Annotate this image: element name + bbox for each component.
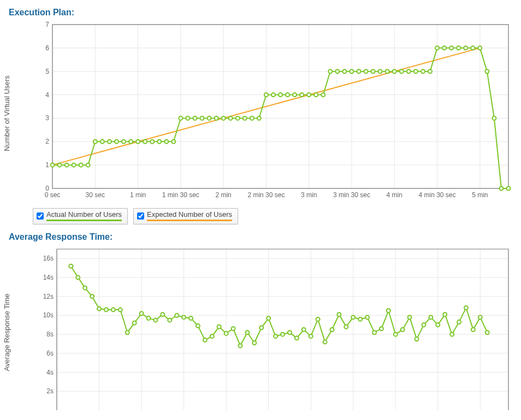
svg-point-134 (90, 294, 94, 298)
svg-point-44 (86, 163, 90, 167)
svg-point-152 (217, 325, 221, 329)
svg-point-168 (330, 328, 334, 332)
legend-row: Actual Number of Users Expected Number o… (33, 208, 521, 224)
svg-point-172 (358, 317, 362, 321)
svg-point-79 (335, 69, 339, 73)
svg-point-97 (464, 46, 467, 50)
svg-point-156 (245, 330, 249, 334)
execution-plan-svg: 012345670 sec30 sec1 min1 min 30 sec2 mi… (42, 22, 511, 202)
svg-point-147 (182, 315, 186, 319)
legend-expected-label: Expected Number of Users (147, 210, 232, 218)
svg-point-175 (380, 327, 383, 330)
svg-point-170 (344, 325, 348, 329)
svg-point-47 (108, 140, 111, 144)
svg-point-188 (471, 328, 475, 332)
svg-point-181 (422, 323, 425, 327)
svg-point-131 (69, 264, 73, 268)
svg-point-54 (157, 140, 161, 144)
svg-point-154 (232, 327, 235, 330)
svg-point-87 (393, 69, 396, 73)
svg-text:14s: 14s (43, 274, 54, 281)
svg-text:1: 1 (45, 161, 49, 169)
svg-text:30 sec: 30 sec (86, 191, 105, 199)
legend-actual-checkbox[interactable] (37, 212, 44, 220)
svg-point-89 (407, 69, 411, 73)
svg-point-91 (421, 69, 425, 73)
svg-point-177 (394, 333, 398, 336)
svg-point-171 (351, 315, 355, 319)
y-axis-label-2: Average Response Time (3, 293, 11, 371)
svg-point-62 (215, 116, 218, 120)
svg-point-69 (264, 93, 268, 97)
svg-point-68 (257, 116, 261, 120)
svg-point-176 (387, 309, 390, 312)
svg-text:7: 7 (45, 22, 49, 28)
svg-point-45 (93, 140, 97, 144)
svg-point-39 (51, 163, 55, 167)
svg-point-48 (115, 140, 119, 144)
svg-point-140 (133, 321, 137, 325)
svg-point-158 (259, 326, 263, 330)
svg-point-67 (250, 116, 254, 120)
svg-text:5: 5 (45, 68, 49, 75)
svg-point-84 (371, 69, 375, 73)
response-time-svg: 2s4s6s8s10s12s14s16s (42, 246, 511, 410)
svg-point-49 (122, 140, 126, 144)
svg-point-138 (119, 308, 122, 312)
svg-text:4: 4 (45, 91, 49, 99)
legend-expected[interactable]: Expected Number of Users (133, 208, 238, 224)
svg-point-174 (372, 330, 376, 334)
svg-text:8s: 8s (46, 330, 54, 338)
svg-rect-38 (52, 25, 508, 188)
svg-point-61 (208, 116, 211, 120)
legend-actual-label: Actual Number of Users (46, 210, 122, 218)
svg-point-63 (222, 116, 226, 120)
svg-text:1 min 30 sec: 1 min 30 sec (162, 191, 199, 199)
svg-point-99 (478, 46, 482, 50)
svg-point-83 (364, 69, 368, 73)
svg-point-96 (457, 46, 460, 50)
svg-point-141 (140, 312, 144, 316)
svg-point-150 (203, 338, 207, 342)
svg-point-101 (492, 116, 496, 120)
svg-point-71 (279, 93, 282, 97)
svg-point-137 (111, 308, 115, 312)
svg-point-149 (196, 324, 200, 328)
svg-point-148 (189, 316, 193, 320)
legend-expected-checkbox[interactable] (137, 212, 144, 220)
svg-point-42 (72, 163, 76, 167)
execution-plan-chart: Number of Virtual Users 012345670 sec30 … (9, 22, 521, 224)
svg-text:3 min 30 sec: 3 min 30 sec (333, 191, 370, 199)
svg-point-58 (186, 116, 190, 120)
svg-point-180 (415, 337, 419, 341)
svg-point-60 (200, 116, 204, 120)
legend-actual[interactable]: Actual Number of Users (33, 208, 128, 224)
svg-point-135 (97, 307, 101, 311)
svg-point-173 (365, 315, 369, 319)
svg-point-59 (193, 116, 197, 120)
svg-point-144 (161, 312, 164, 316)
svg-point-167 (323, 340, 327, 344)
svg-point-53 (150, 140, 154, 144)
svg-point-190 (486, 330, 489, 334)
svg-point-72 (286, 93, 289, 97)
svg-point-189 (478, 315, 482, 319)
svg-point-41 (65, 163, 69, 167)
svg-point-100 (485, 69, 489, 73)
svg-point-46 (100, 140, 104, 144)
svg-point-73 (293, 93, 297, 97)
svg-text:4 min 30 sec: 4 min 30 sec (419, 191, 456, 199)
svg-point-81 (350, 69, 353, 73)
svg-point-159 (267, 316, 270, 320)
svg-text:2: 2 (45, 138, 49, 145)
svg-point-179 (408, 315, 412, 319)
response-time-chart: Average Response Time 2s4s6s8s10s12s14s1… (9, 246, 521, 412)
svg-point-64 (229, 116, 233, 120)
svg-point-80 (342, 69, 346, 73)
svg-text:3 min: 3 min (301, 191, 317, 199)
svg-point-55 (164, 140, 168, 144)
svg-point-56 (171, 140, 175, 144)
svg-text:1 min: 1 min (130, 191, 146, 199)
svg-point-74 (300, 93, 304, 97)
svg-point-95 (449, 46, 453, 50)
